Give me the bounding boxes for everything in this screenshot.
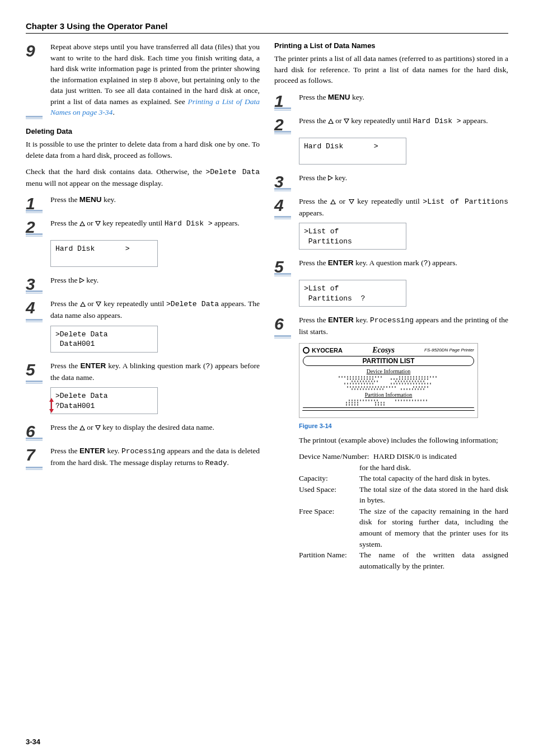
lcd-line: Hard Disk > — [55, 245, 130, 253]
text: appears. — [213, 219, 240, 227]
text: Repeat above steps until you have transf… — [50, 43, 260, 106]
lcd-line: >Delete Data — [55, 392, 108, 400]
lcd-line: Hard Disk > — [304, 142, 378, 151]
text: key. A blinking question mark ( — [106, 361, 205, 370]
step-body: Repeat above steps until you have transf… — [50, 41, 260, 118]
ecosys-logo: Ecosys — [372, 346, 395, 354]
info-value: The total size of the data stored in the… — [359, 484, 508, 506]
lcd-line: Partitions ? — [304, 294, 365, 303]
paragraph: The printer prints a list of all data na… — [274, 53, 508, 86]
logo-ring-icon — [303, 347, 310, 354]
text: or — [85, 423, 95, 431]
text: ) appears. — [428, 259, 457, 267]
step-body: Press the MENU key. — [50, 194, 260, 212]
step-number-digit: 4 — [26, 299, 50, 316]
left-step-3: 3 Press the key. — [26, 275, 260, 293]
right-step-2: 2 Press the or key repeatedly until Hard… — [274, 115, 508, 133]
text: Press the — [50, 195, 79, 204]
lcd-line: Partitions — [304, 237, 352, 246]
lcd-display: >List of Partitions — [299, 223, 406, 250]
blinking-cursor-icon — [48, 400, 55, 414]
text: Press the — [50, 276, 79, 284]
left-step-7: 7 Press the ENTER key. Processing appear… — [26, 445, 260, 469]
info-row: Free Space:The size of the capacity rema… — [299, 506, 508, 550]
code-text: Hard Disk > — [165, 219, 213, 228]
figure-subhead: Partition Information — [299, 392, 477, 398]
figure-header: KYOCERA Ecosys FS-9520DN Page Printer — [299, 344, 477, 356]
figure-title: PARTITION LIST — [303, 356, 474, 366]
text: Press the — [50, 447, 79, 455]
step-body: Press the or key to display the desired … — [50, 422, 260, 440]
info-row: Partition Name:The name of the written d… — [299, 550, 508, 571]
left-step-2: 2 Press the or key repeatedly until Hard… — [26, 218, 260, 236]
info-value: The name of the written data assigned au… — [359, 550, 508, 571]
step-number-digit: 5 — [26, 361, 50, 378]
step-underline-icon — [26, 319, 43, 322]
up-arrow-icon — [328, 119, 334, 124]
text: Press the — [299, 93, 328, 101]
figure-subhead: Device Information — [299, 368, 477, 374]
lcd-line: >List of — [304, 284, 339, 293]
info-key: Device Name/Number: — [299, 452, 369, 461]
left-step-4: 4 Press the or key repeatedly until >Del… — [26, 298, 260, 321]
info-key: Partition Name: — [299, 550, 359, 571]
up-arrow-icon — [79, 221, 85, 226]
code-text: >Delete Data — [166, 300, 219, 308]
right-column: Printing a List of Data Names The printe… — [274, 41, 508, 571]
lcd-display: Hard Disk > — [50, 240, 158, 267]
text: Press the — [50, 299, 80, 308]
info-value: HARD DISK/0 is indicated — [373, 452, 457, 461]
step-underline-icon — [274, 131, 291, 134]
down-arrow-icon — [95, 425, 101, 430]
step-number: 5 — [26, 360, 50, 383]
down-arrow-icon — [95, 221, 101, 226]
info-key: Used Space: — [299, 484, 359, 506]
text: or — [334, 116, 344, 125]
two-column-layout: 9 Repeat above steps until you have tran… — [26, 41, 508, 571]
code-text: Ready — [205, 459, 227, 467]
step-underline-icon — [274, 273, 291, 276]
step-number-digit: 7 — [26, 447, 50, 463]
text: or — [85, 219, 95, 227]
step-number: 2 — [26, 218, 50, 236]
step-body: Press the or key repeatedly until >List … — [299, 196, 508, 218]
up-arrow-icon — [80, 302, 86, 307]
brand-logo: KYOCERA — [303, 347, 343, 354]
step-body: Press the or key repeatedly until Hard D… — [50, 218, 260, 236]
step-underline-icon — [26, 290, 43, 294]
page-number: 3-34 — [26, 738, 40, 746]
right-step-5: 5 Press the ENTER key. A question mark (… — [274, 257, 508, 275]
text: key. — [333, 173, 347, 182]
info-value: The total capacity of the hard disk in b… — [359, 473, 508, 484]
key-name: ENTER — [80, 361, 106, 370]
text: key. — [102, 195, 116, 204]
text: key repeatedly until — [101, 299, 166, 308]
lcd-display: >Delete Data DataH001 — [50, 326, 158, 353]
step-body: Press the ENTER key. A question mark (?)… — [299, 257, 508, 275]
lcd-display: Hard Disk > — [299, 138, 406, 165]
step-body: Press the ENTER key. A blinking question… — [50, 360, 260, 383]
step-underline-icon — [274, 335, 291, 339]
info-value: The size of the capacity remaining in th… — [359, 506, 508, 550]
step-body: Press the MENU key. — [299, 92, 508, 110]
step-underline-icon — [26, 381, 43, 384]
step-number: 3 — [26, 275, 50, 293]
printing-list-heading: Printing a List of Data Names — [274, 41, 508, 50]
info-row: Used Space:The total size of the data st… — [299, 484, 508, 506]
step-number-digit: 6 — [274, 316, 299, 332]
text: Press the — [299, 316, 328, 324]
text: key. A question mark ( — [354, 259, 424, 267]
right-step-1: 1 Press the MENU key. — [274, 92, 508, 110]
text: or — [86, 299, 96, 308]
partition-list-figure: KYOCERA Ecosys FS-9520DN Page Printer PA… — [299, 343, 478, 418]
text: . — [113, 108, 114, 116]
lcd-line: DataH001 — [55, 340, 95, 348]
step-body: Press the or key repeatedly until >Delet… — [50, 298, 260, 321]
paragraph: The printout (example above) includes th… — [299, 435, 508, 446]
lcd-line: >List of — [304, 227, 339, 236]
step-number-digit: 4 — [274, 197, 299, 214]
code-text: Hard Disk > — [413, 117, 461, 125]
text: key repeatedly until — [349, 116, 413, 125]
text: menu will not appear on the message disp… — [26, 179, 163, 187]
lcd-line: ?DataH001 — [55, 402, 95, 410]
